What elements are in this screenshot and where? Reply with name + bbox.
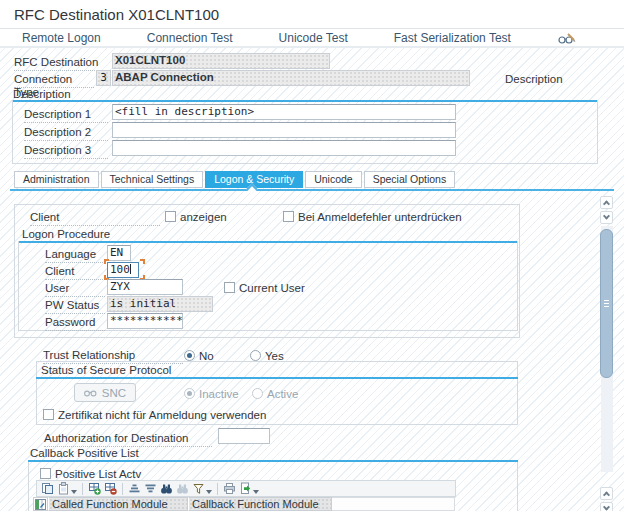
trust-yes-radio-label: Yes	[265, 350, 284, 362]
description-1-label: Description 1	[24, 108, 108, 123]
secure-protocol-underline	[36, 377, 518, 379]
client-field-value: 100	[110, 263, 130, 276]
sort-ascending-icon[interactable]	[128, 482, 141, 495]
suppress-logon-error-checkbox-label: Bei Anmeldefehler unterdrücken	[298, 211, 462, 223]
tab-technical-settings[interactable]: Technical Settings	[101, 171, 204, 188]
current-user-checkbox-label: Current User	[239, 282, 305, 294]
paste-dropdown-icon[interactable]	[71, 490, 77, 494]
suppress-logon-error-checkbox-box[interactable]	[283, 211, 294, 222]
logon-procedure-title: Logon Procedure	[22, 227, 110, 241]
find-icon[interactable]	[160, 482, 173, 495]
suppress-logon-error-checkbox[interactable]: Bei Anmeldefehler unterdrücken	[283, 210, 462, 223]
print-icon[interactable]	[223, 482, 236, 495]
certificate-checkbox[interactable]: Zertifikat nicht für Anmeldung verwenden	[43, 408, 266, 421]
user-field[interactable]: ZYX	[107, 279, 183, 295]
display-change-icon[interactable]	[557, 31, 576, 45]
snc-inactive-radio-label: Inactive	[199, 388, 239, 400]
focus-handle-tr	[140, 259, 145, 264]
chevron-up-icon	[603, 491, 610, 498]
focus-handle-tl	[104, 259, 109, 264]
chevron-down-icon	[603, 213, 610, 220]
connection-type-code-field[interactable]: 3	[96, 70, 111, 86]
export-dropdown-icon[interactable]	[253, 490, 259, 494]
scrollbar-thumb[interactable]	[600, 229, 613, 378]
grid-scroll-up-button[interactable]	[600, 487, 613, 500]
trust-no-radio-label: No	[199, 350, 214, 362]
language-label: Language	[45, 248, 105, 263]
rfc-destination-label: RFC Destination	[14, 56, 109, 71]
fast-serialization-test-button[interactable]: Fast Serialization Test	[394, 31, 511, 45]
column-header-callback-function-module[interactable]: Callback Function Module	[188, 497, 332, 511]
callback-group-title: Callback Positive List	[30, 446, 139, 460]
pw-status-field[interactable]: is initial	[107, 296, 213, 312]
filter-dropdown-icon[interactable]	[206, 490, 212, 494]
positive-list-checkbox-box[interactable]	[40, 468, 51, 479]
copy-icon[interactable]	[41, 482, 54, 495]
current-user-checkbox[interactable]: Current User	[224, 281, 305, 294]
grid-header-filler	[332, 497, 455, 511]
description-3-input[interactable]	[112, 140, 456, 156]
unicode-test-button[interactable]: Unicode Test	[279, 31, 348, 45]
description-2-label: Description 2	[24, 126, 108, 141]
grid-scroll-down-button[interactable]	[600, 502, 613, 511]
text-cursor	[130, 264, 131, 274]
tab-unicode[interactable]: Unicode	[305, 171, 362, 188]
snc-inactive-radio-button[interactable]	[184, 388, 195, 399]
scroll-down-button[interactable]	[600, 211, 613, 224]
grid-select-all-icon[interactable]	[33, 497, 48, 511]
password-field[interactable]: ************	[107, 313, 183, 329]
authorization-field[interactable]	[218, 428, 270, 444]
snc-active-radio[interactable]: Active	[252, 387, 298, 400]
scroll-up-button[interactable]	[600, 196, 613, 209]
anzeigen-checkbox-label: anzeigen	[180, 211, 227, 223]
remote-logon-button[interactable]: Remote Logon	[22, 31, 101, 45]
certificate-checkbox-label: Zertifikat nicht für Anmeldung verwenden	[58, 409, 266, 421]
filter-icon[interactable]	[192, 482, 212, 495]
chevron-up-icon	[603, 200, 610, 207]
rfc-destination-window: RFC Destination X01CLNT100 Remote Logon …	[0, 0, 624, 511]
snc-inactive-radio[interactable]: Inactive	[184, 387, 239, 400]
tab-strip-underline	[10, 189, 614, 191]
connection-type-text-field[interactable]: ABAP Connection	[112, 70, 470, 86]
anzeigen-checkbox-box[interactable]	[165, 211, 176, 222]
snc-active-radio-button[interactable]	[252, 388, 263, 399]
tab-administration[interactable]: Administration	[14, 171, 99, 188]
pw-status-label: PW Status	[45, 299, 105, 314]
user-label: User	[45, 282, 105, 297]
secure-protocol-title: Status of Secure Protocol	[41, 363, 171, 377]
description-1-input[interactable]: <fill in description>	[112, 104, 456, 120]
chevron-down-icon	[603, 504, 610, 511]
client-row-label: Client	[30, 211, 160, 226]
sort-descending-icon[interactable]	[144, 482, 157, 495]
application-toolbar: Remote Logon Connection Test Unicode Tes…	[0, 30, 624, 48]
insert-row-icon[interactable]	[88, 482, 101, 495]
find-next-icon[interactable]	[176, 482, 189, 495]
snc-button-label: SNC	[102, 387, 126, 399]
snc-button[interactable]: SNC	[74, 383, 136, 402]
snc-active-radio-label: Active	[267, 388, 298, 400]
paste-icon[interactable]	[57, 482, 77, 495]
rfc-destination-field[interactable]: X01CLNT100	[112, 53, 330, 69]
connection-test-button[interactable]: Connection Test	[147, 31, 233, 45]
tab-special-options[interactable]: Special Options	[364, 171, 456, 188]
delete-row-icon[interactable]	[104, 482, 117, 495]
trust-yes-radio-button[interactable]	[250, 350, 261, 361]
language-field[interactable]: EN	[107, 245, 131, 261]
grid-toolbar	[36, 480, 456, 497]
positive-list-checkbox[interactable]: Positive List Actv	[40, 467, 141, 480]
certificate-checkbox-box[interactable]	[43, 409, 54, 420]
page-title: RFC Destination X01CLNT100	[14, 6, 219, 23]
current-user-checkbox-box[interactable]	[224, 282, 235, 293]
description-2-input[interactable]	[112, 122, 456, 138]
trust-no-radio-button[interactable]	[184, 350, 195, 361]
anzeigen-checkbox[interactable]: anzeigen	[165, 210, 227, 223]
column-header-called-function-module[interactable]: Called Function Module	[48, 497, 188, 511]
toolbar-separator	[122, 483, 123, 495]
tab-strip: Administration Technical Settings Logon …	[14, 171, 455, 188]
toolbar-separator	[217, 483, 218, 495]
window-title-bar: RFC Destination X01CLNT100	[0, 0, 624, 29]
export-icon[interactable]	[239, 482, 259, 495]
description-3-label: Description 3	[24, 144, 108, 159]
client-field[interactable]: 100	[107, 262, 139, 278]
client-label: Client	[45, 265, 105, 280]
